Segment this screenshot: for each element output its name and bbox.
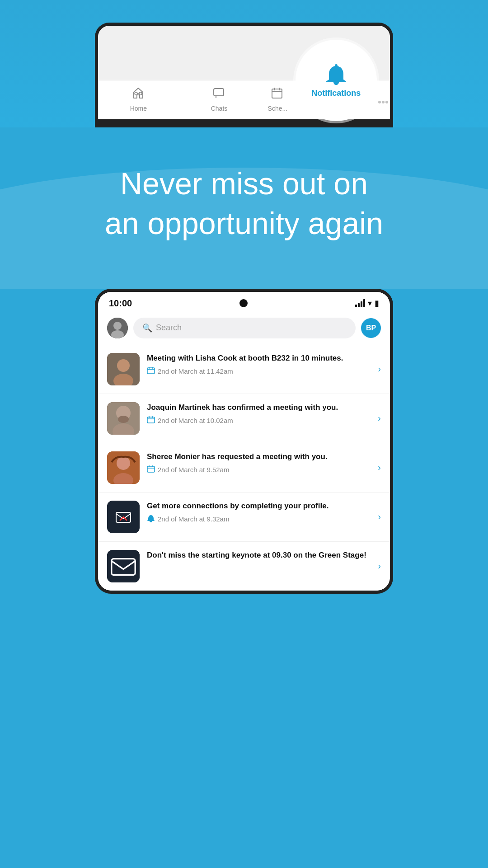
notification-content: Meeting with Lisha Cook at booth B232 in… (147, 353, 371, 376)
date-text: 2nd of March at 10.02am (158, 417, 233, 424)
notification-avatar (107, 550, 140, 582)
svg-point-13 (113, 322, 122, 330)
notification-title: Joaquin Martinek has confirmed a meeting… (147, 402, 371, 413)
calendar-icon (147, 465, 155, 475)
date-text: 2nd of March at 11.42am (158, 367, 233, 375)
svg-rect-33 (147, 466, 155, 472)
search-placeholder: Search (156, 323, 182, 333)
notification-content: Sheree Monier has requested a meeting wi… (147, 451, 371, 475)
camera-dot (239, 299, 248, 307)
nav-item-more[interactable] (376, 95, 390, 112)
calendar-icon (147, 366, 155, 376)
date-text: 2nd of March at 9.32am (158, 515, 229, 523)
status-bar: 10:00 ▾ ▮ (98, 292, 390, 313)
notification-avatar (107, 402, 140, 435)
chats-icon (212, 86, 226, 103)
chats-label: Chats (211, 105, 228, 112)
svg-point-0 (135, 92, 137, 95)
bell-icon (324, 63, 349, 89)
svg-rect-4 (272, 89, 282, 98)
notification-title: Sheree Monier has requested a meeting wi… (147, 451, 371, 462)
hero-text-block: Never miss out on an opportunity again (0, 127, 488, 289)
svg-point-25 (118, 416, 129, 423)
search-icon: 🔍 (142, 323, 152, 333)
chevron-right-icon: › (378, 561, 381, 571)
wifi-icon: ▾ (368, 298, 372, 308)
top-section: Home Chats (0, 0, 488, 289)
top-phone-wrap: Home Chats (95, 9, 393, 127)
search-bar[interactable]: 🔍 Search (133, 318, 356, 338)
notification-date: 2nd of March at 9.52am (147, 465, 371, 475)
svg-rect-26 (147, 417, 155, 423)
notification-item[interactable]: Sheree Monier has requested a meeting wi… (98, 443, 390, 493)
notification-content: Don't miss the starting keynote at 09.30… (147, 550, 371, 563)
battery-icon: ▮ (375, 298, 379, 308)
date-text: 2nd of March at 9.52am (158, 466, 229, 474)
notification-date: 2nd of March at 11.42am (147, 366, 371, 376)
chevron-right-icon: › (378, 364, 381, 374)
bottom-nav-bar: Home Chats (98, 80, 390, 119)
svg-point-10 (382, 101, 385, 103)
home-icon (131, 86, 145, 103)
notification-date: 2nd of March at 10.02am (147, 416, 371, 426)
svg-point-11 (385, 101, 388, 103)
notification-avatar (107, 353, 140, 385)
notification-item[interactable]: Joaquin Martinek has confirmed a meeting… (98, 394, 390, 443)
chevron-right-icon: › (378, 511, 381, 522)
signal-icon (355, 299, 365, 307)
hero-title: Never miss out on an opportunity again (27, 164, 461, 244)
calendar-icon (147, 416, 155, 426)
phone-chin (98, 119, 390, 127)
status-icons: ▾ ▮ (355, 298, 379, 308)
svg-rect-3 (214, 89, 224, 96)
hero-container: Never miss out on an opportunity again (0, 127, 488, 289)
notifications-label: Notifications (311, 89, 361, 98)
hero-line2: an opportunity again (105, 206, 383, 240)
more-icon (376, 95, 390, 112)
phone-top-mockup: Home Chats (95, 23, 393, 127)
notification-content: Get more connections by completing your … (147, 501, 371, 524)
svg-point-9 (378, 101, 381, 103)
notification-item[interactable]: Don't miss the starting keynote at 09.30… (98, 542, 390, 591)
user-avatar[interactable] (107, 318, 128, 338)
nav-item-schedule[interactable]: Sche... (259, 86, 296, 112)
notification-spotlight: Notifications (296, 40, 377, 121)
notification-content: Joaquin Martinek has confirmed a meeting… (147, 402, 371, 426)
notification-title: Meeting with Lisha Cook at booth B232 in… (147, 353, 371, 364)
phone-bottom-mockup: 10:00 ▾ ▮ (95, 289, 393, 594)
notifications-list: Meeting with Lisha Cook at booth B232 in… (98, 345, 390, 591)
notification-item[interactable]: Meeting with Lisha Cook at booth B232 in… (98, 345, 390, 394)
chevron-right-icon: › (378, 462, 381, 473)
notification-date: 2nd of March at 9.32am (147, 514, 371, 524)
svg-point-1 (139, 92, 142, 95)
phone-screen-bottom: 10:00 ▾ ▮ (98, 292, 390, 591)
bottom-section: 10:00 ▾ ▮ (0, 289, 488, 612)
notification-title: Don't miss the starting keynote at 09.30… (147, 550, 371, 561)
svg-point-16 (117, 359, 130, 372)
hero-line1: Never miss out on (120, 166, 368, 201)
chevron-right-icon: › (378, 413, 381, 423)
nav-item-chats[interactable]: Chats (179, 86, 260, 112)
notification-title: Get more connections by completing your … (147, 501, 371, 511)
bell-icon (147, 514, 155, 524)
notification-avatar (107, 451, 140, 484)
svg-point-31 (117, 456, 130, 470)
schedule-label: Sche... (268, 105, 288, 112)
home-label: Home (130, 105, 147, 112)
bp-badge[interactable]: BP (361, 318, 381, 338)
app-header: 🔍 Search BP (98, 313, 390, 345)
notification-avatar (107, 501, 140, 533)
schedule-icon (271, 86, 284, 103)
nav-item-home[interactable]: Home (98, 86, 179, 112)
svg-rect-18 (147, 368, 155, 374)
status-time: 10:00 (109, 298, 132, 309)
svg-rect-8 (335, 64, 338, 67)
nav-item-notifications[interactable]: Notifications (296, 85, 376, 112)
notification-item[interactable]: Get more connections by completing your … (98, 493, 390, 542)
